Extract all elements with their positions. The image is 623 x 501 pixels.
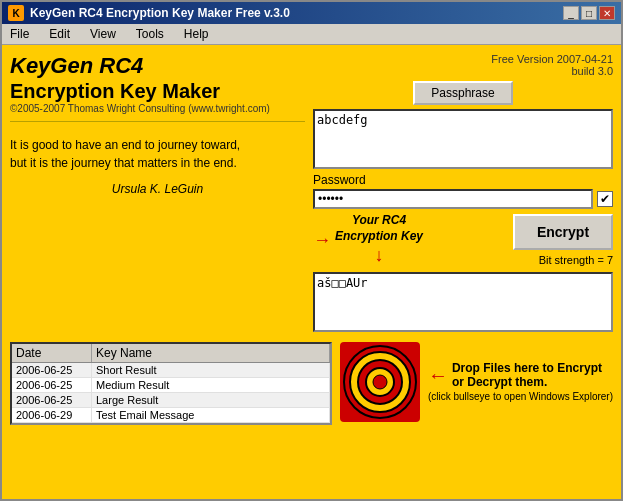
encryption-key-label: → Your RC4 Encryption Key ↓ [313,213,423,268]
right-panel: Free Version 2007-04-21 build 3.0 Passph… [313,53,613,332]
version-info: Free Version 2007-04-21 build 3.0 [313,53,613,77]
passphrase-button[interactable]: Passphrase [413,81,513,105]
passphrase-textarea[interactable] [313,109,613,169]
top-section: KeyGen RC4 Encryption Key Maker ©2005-20… [10,53,613,332]
app-title-rc4: RC4 [99,53,143,78]
bottom-section: Date Key Name 2006-06-25 Short Result 20… [10,342,613,425]
app-icon: K [8,5,24,21]
table-row[interactable]: 2006-06-25 Short Result [12,363,330,378]
drop-sub-label: (click bullseye to open Windows Explorer… [428,391,613,402]
maximize-button[interactable]: □ [581,6,597,20]
key-list-panel: Date Key Name 2006-06-25 Short Result 20… [10,342,332,425]
table-row[interactable]: 2006-06-29 Test Email Message [12,408,330,423]
main-window: K KeyGen RC4 Encryption Key Maker Free v… [0,0,623,501]
menu-file[interactable]: File [6,26,33,42]
arrow-right-icon: → [313,230,331,251]
password-input[interactable] [313,189,593,209]
title-bar-left: K KeyGen RC4 Encryption Key Maker Free v… [8,5,290,21]
left-panel: KeyGen RC4 Encryption Key Maker ©2005-20… [10,53,305,332]
menu-edit[interactable]: Edit [45,26,74,42]
key-table-header: Date Key Name [12,344,330,363]
close-button[interactable]: ✕ [599,6,615,20]
encrypt-button[interactable]: Encrypt [513,214,613,250]
drop-files-label: ← Drop Files here to Encrypt or Decrypt … [428,361,613,389]
table-row[interactable]: 2006-06-25 Large Result [12,393,330,408]
password-label: Password [313,173,613,187]
drop-panel: ← Drop Files here to Encrypt or Decrypt … [340,342,613,425]
encrypt-row: → Your RC4 Encryption Key ↓ Encrypt Bit … [313,213,613,268]
drop-encrypt-text: Drop Files here to Encrypt [452,361,602,375]
drop-arrow-icon: ← [428,364,448,387]
result-textarea[interactable] [313,272,613,332]
menu-bar: File Edit View Tools Help [2,24,621,45]
quote-text: It is good to have an end to journey tow… [10,136,305,172]
drop-decrypt-text: or Decrypt them. [452,375,602,389]
show-password-checkbox[interactable]: ✔ [597,191,613,207]
separator [10,121,305,122]
window-title: KeyGen RC4 Encryption Key Maker Free v.3… [30,6,290,20]
table-row[interactable]: 2006-06-25 Medium Result [12,378,330,393]
password-row: ✔ [313,189,613,209]
title-bar: K KeyGen RC4 Encryption Key Maker Free v… [2,2,621,24]
app-title-keygen: KeyGen RC4 [10,53,305,79]
col-header-date: Date [12,344,92,362]
quote-author: Ursula K. LeGuin [10,182,305,196]
bit-strength-label: Bit strength = 7 [539,254,613,266]
window-controls: _ □ ✕ [563,6,615,20]
app-title-subtitle: Encryption Key Maker [10,79,305,103]
minimize-button[interactable]: _ [563,6,579,20]
password-section: Password ✔ [313,173,613,209]
menu-view[interactable]: View [86,26,120,42]
menu-tools[interactable]: Tools [132,26,168,42]
app-copyright: ©2005-2007 Thomas Wright Consulting (www… [10,103,305,115]
bullseye-icon[interactable] [340,342,420,422]
col-header-name: Key Name [92,344,330,362]
arrow-down-icon: ↓ [375,245,384,265]
main-content: KeyGen RC4 Encryption Key Maker ©2005-20… [2,45,621,499]
menu-help[interactable]: Help [180,26,213,42]
bullseye-container: ← Drop Files here to Encrypt or Decrypt … [340,342,613,422]
svg-point-5 [373,375,387,389]
app-title-block: KeyGen RC4 Encryption Key Maker ©2005-20… [10,53,305,115]
key-table: Date Key Name 2006-06-25 Short Result 20… [10,342,332,425]
